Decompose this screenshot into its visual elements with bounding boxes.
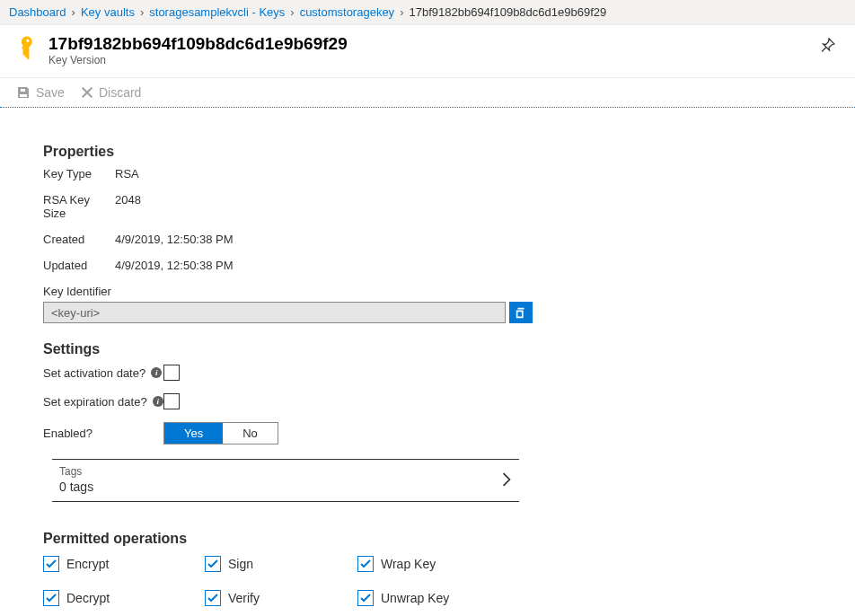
copy-icon: [515, 306, 527, 319]
enabled-toggle[interactable]: Yes No: [163, 422, 278, 444]
pin-button[interactable]: [817, 34, 839, 58]
info-icon[interactable]: i: [153, 396, 163, 407]
toolbar: Save Discard: [0, 78, 855, 108]
expiration-label: Set expiration date?: [43, 395, 147, 409]
check-icon: [207, 559, 218, 569]
page-title: 17bf9182bb694f109b8dc6d1e9b69f29: [48, 34, 808, 54]
created-value: 4/9/2019, 12:50:38 PM: [115, 233, 234, 246]
check-icon: [207, 593, 218, 603]
breadcrumb-vault[interactable]: storagesamplekvcli - Keys: [149, 5, 285, 19]
key-icon: [16, 36, 40, 62]
check-icon: [360, 593, 371, 603]
check-icon: [360, 559, 371, 569]
verify-checkbox[interactable]: [205, 590, 221, 606]
key-identifier-input[interactable]: [43, 302, 506, 323]
rsa-size-value: 2048: [115, 193, 141, 220]
decrypt-checkbox[interactable]: [43, 590, 59, 606]
wrap-checkbox[interactable]: [357, 556, 374, 572]
encrypt-label: Encrypt: [66, 557, 109, 571]
permitted-heading: Permitted operations: [43, 531, 812, 547]
expiration-checkbox[interactable]: [163, 393, 180, 409]
copy-button[interactable]: [509, 302, 533, 323]
toggle-no[interactable]: No: [223, 423, 278, 444]
save-label: Save: [36, 85, 65, 100]
breadcrumb-key[interactable]: customstoragekey: [300, 5, 395, 19]
chevron-right-icon: ›: [72, 5, 75, 19]
activation-label: Set activation date?: [43, 366, 145, 380]
toggle-yes[interactable]: Yes: [164, 423, 223, 444]
updated-label: Updated: [43, 259, 115, 272]
key-type-label: Key Type: [43, 167, 115, 180]
wrap-label: Wrap Key: [381, 557, 436, 571]
created-label: Created: [43, 233, 115, 246]
page-subtitle: Key Version: [48, 54, 808, 66]
encrypt-checkbox[interactable]: [43, 556, 59, 572]
breadcrumb-dashboard[interactable]: Dashboard: [9, 5, 66, 19]
chevron-right-icon: [501, 472, 512, 487]
sign-label: Sign: [228, 557, 253, 571]
chevron-right-icon: ›: [290, 5, 294, 19]
updated-value: 4/9/2019, 12:50:38 PM: [115, 259, 234, 272]
activation-checkbox[interactable]: [163, 365, 180, 381]
save-button[interactable]: Save: [16, 85, 65, 100]
verify-label: Verify: [228, 591, 260, 605]
chevron-right-icon: ›: [400, 5, 403, 19]
key-identifier-label: Key Identifier: [43, 285, 812, 298]
rsa-size-label: RSA Key Size: [43, 193, 115, 220]
chevron-right-icon: ›: [140, 5, 144, 19]
discard-icon: [81, 86, 93, 99]
tags-label: Tags: [59, 465, 501, 478]
settings-heading: Settings: [43, 341, 812, 357]
breadcrumb-keyvaults[interactable]: Key vaults: [81, 5, 135, 19]
decrypt-label: Decrypt: [66, 591, 110, 605]
unwrap-label: Unwrap Key: [381, 591, 449, 605]
sign-checkbox[interactable]: [205, 556, 221, 572]
discard-button[interactable]: Discard: [81, 85, 141, 100]
info-icon[interactable]: i: [151, 367, 162, 378]
save-icon: [16, 85, 31, 100]
tags-count: 0 tags: [59, 480, 501, 494]
check-icon: [46, 593, 57, 603]
key-type-value: RSA: [115, 167, 139, 180]
check-icon: [46, 559, 57, 569]
enabled-label: Enabled?: [43, 427, 93, 440]
unwrap-checkbox[interactable]: [357, 590, 374, 606]
tags-row[interactable]: Tags 0 tags: [52, 459, 519, 502]
breadcrumb-current: 17bf9182bb694f109b8dc6d1e9b69f29: [409, 5, 606, 19]
page-header: 17bf9182bb694f109b8dc6d1e9b69f29 Key Ver…: [0, 25, 855, 78]
discard-label: Discard: [99, 85, 141, 100]
breadcrumb: Dashboard › Key vaults › storagesamplekv…: [0, 0, 855, 25]
properties-heading: Properties: [43, 144, 812, 160]
